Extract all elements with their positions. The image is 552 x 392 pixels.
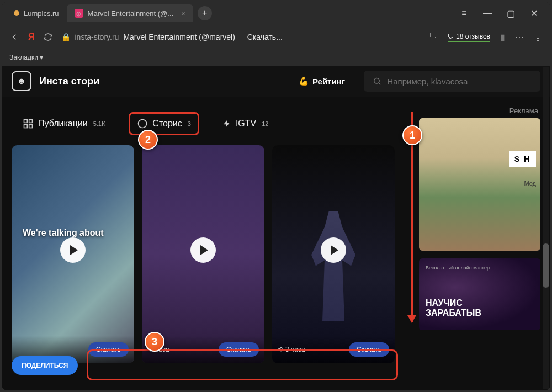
yandex-icon[interactable]: Я bbox=[28, 32, 35, 42]
tab-posts[interactable]: Публикации5.1K bbox=[16, 114, 112, 134]
instagram-icon: ◎ bbox=[75, 9, 83, 18]
tab-stories[interactable]: Сторис3 bbox=[129, 112, 199, 135]
reviews-badge[interactable]: 🗩 18 отзывов bbox=[448, 33, 490, 42]
search-icon bbox=[373, 76, 381, 86]
download-button[interactable]: Скачать bbox=[349, 342, 389, 357]
site-title: Инста стори bbox=[39, 76, 99, 87]
shield-icon[interactable]: ⛉ bbox=[429, 32, 438, 42]
download-button[interactable]: Скачать bbox=[88, 342, 129, 357]
ad-banner-2[interactable]: Бесплатный онлайн мастер НАУЧИС ЗАРАБАТЫ… bbox=[419, 258, 540, 330]
tab-label: Marvel Entertainment (@... bbox=[88, 9, 174, 18]
url-field[interactable]: 🔒 insta-story.ru Marvel Entertainment (@… bbox=[61, 33, 283, 41]
ad-brand: S H bbox=[509, 151, 536, 167]
site-header: ☻ Инста стори 💪 Рейтинг bbox=[2, 66, 550, 97]
story-card[interactable]: ⟲ 3 часа Скачать bbox=[272, 145, 395, 363]
scrollbar[interactable] bbox=[543, 67, 549, 389]
lock-icon: 🔒 bbox=[61, 33, 71, 41]
story-card[interactable]: We're talking about Скачать bbox=[12, 145, 134, 363]
menu-icon[interactable]: ≡ bbox=[457, 6, 472, 21]
svg-rect-3 bbox=[24, 125, 28, 128]
story-caption: We're talking about bbox=[23, 228, 104, 238]
play-icon[interactable] bbox=[321, 237, 346, 263]
story-time: ⟲ 3 часа bbox=[278, 346, 305, 353]
more-icon[interactable]: ⋯ bbox=[515, 32, 524, 43]
tab-marvel[interactable]: ◎ Marvel Entertainment (@... × bbox=[67, 4, 193, 22]
search-input[interactable] bbox=[387, 77, 532, 86]
stories-row: We're talking about Скачать ⟲ часа Скача… bbox=[12, 145, 408, 363]
site-logo-icon[interactable]: ☻ bbox=[12, 71, 31, 91]
new-tab-button[interactable]: + bbox=[198, 6, 212, 20]
svg-rect-2 bbox=[29, 120, 33, 123]
reload-button[interactable] bbox=[44, 33, 52, 41]
bookmarks-bar[interactable]: Закладки ▾ bbox=[2, 49, 550, 66]
character-silhouette bbox=[311, 211, 355, 321]
rating-link[interactable]: 💪 Рейтинг bbox=[299, 76, 345, 86]
bookmark-icon[interactable]: ▮ bbox=[500, 32, 505, 43]
annotation-badge-1: 1 bbox=[402, 125, 422, 145]
ad-banner-1[interactable]: S H Мод bbox=[419, 118, 540, 251]
annotation-badge-2: 2 bbox=[138, 130, 158, 150]
browser-tabbar: Lumpics.ru ◎ Marvel Entertainment (@... … bbox=[2, 2, 550, 25]
play-icon[interactable] bbox=[190, 237, 216, 263]
maximize-button[interactable]: ▢ bbox=[503, 6, 518, 21]
content-tabs: Публикации5.1K Сторис3 IGTV12 bbox=[12, 107, 408, 145]
ad-label: Реклама bbox=[419, 107, 540, 115]
grid-icon bbox=[23, 118, 34, 129]
ad-sub: ЗАРАБАТЫВ bbox=[426, 308, 534, 318]
tab-lumpics[interactable]: Lumpics.ru bbox=[6, 4, 67, 22]
favicon-dot-icon bbox=[14, 10, 19, 16]
svg-rect-1 bbox=[24, 120, 28, 123]
minimize-button[interactable]: — bbox=[480, 6, 495, 21]
annotation-badge-3: 3 bbox=[145, 332, 164, 352]
ad-tag: Бесплатный онлайн мастер bbox=[426, 265, 534, 271]
search-wrap[interactable] bbox=[364, 71, 540, 92]
download-icon[interactable]: ⭳ bbox=[534, 32, 543, 42]
address-bar: Я 🔒 insta-story.ru Marvel Entertainment … bbox=[2, 25, 550, 49]
share-button[interactable]: ПОДЕЛИТЬСЯ bbox=[12, 356, 78, 375]
tab-igtv[interactable]: IGTV12 bbox=[216, 114, 275, 133]
url-domain: insta-story.ru bbox=[75, 33, 119, 41]
ad-headline: НАУЧИС bbox=[426, 298, 534, 308]
bolt-icon bbox=[222, 119, 231, 128]
svg-rect-4 bbox=[29, 125, 33, 128]
download-button[interactable]: Скачать bbox=[219, 342, 259, 357]
circle-icon bbox=[137, 118, 148, 129]
svg-point-0 bbox=[374, 78, 380, 84]
ad-subtext: Мод bbox=[524, 180, 536, 187]
scroll-thumb[interactable] bbox=[543, 243, 549, 288]
tab-label: Lumpics.ru bbox=[24, 9, 59, 18]
back-button[interactable] bbox=[9, 32, 19, 42]
muscle-icon: 💪 bbox=[299, 76, 309, 86]
svg-point-5 bbox=[139, 120, 147, 128]
close-icon[interactable]: × bbox=[181, 9, 185, 18]
sidebar: Реклама S H Мод Бесплатный онлайн мастер… bbox=[419, 107, 540, 363]
play-icon[interactable] bbox=[60, 237, 86, 263]
close-window-button[interactable]: ✕ bbox=[526, 6, 542, 21]
url-title: Marvel Entertainment (@marvel) — Скачать… bbox=[123, 33, 282, 41]
story-card[interactable]: ⟲ часа Скачать bbox=[142, 145, 264, 363]
